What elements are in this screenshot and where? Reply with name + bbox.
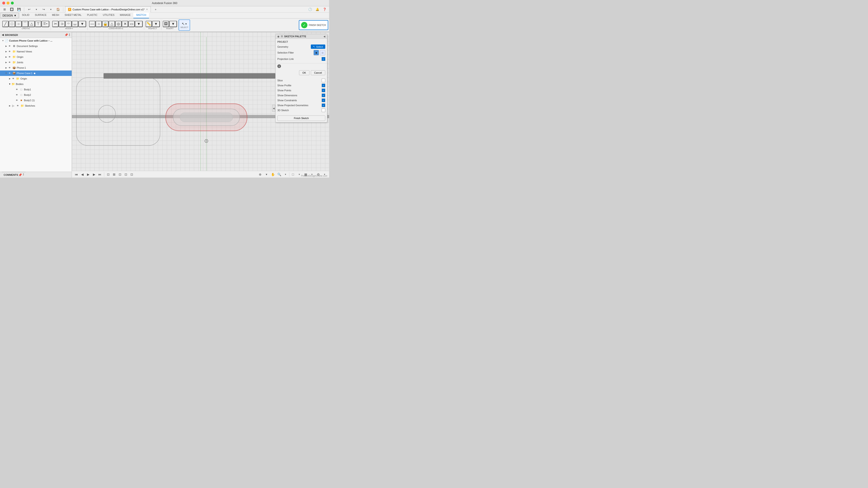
design-dropdown[interactable]: DESIGN ▼ (0, 13, 19, 18)
history-button[interactable]: 🕐 (307, 7, 313, 12)
undo-arrow[interactable]: ▼ (33, 7, 39, 12)
maximize-button[interactable] (11, 2, 14, 4)
doc-tab[interactable]: F Custom Phone Case with Lattice – Produ… (65, 6, 151, 13)
tab-mesh[interactable]: MESH (49, 13, 62, 18)
cancel-button[interactable]: Cancel (311, 70, 325, 75)
show-projected-checkbox[interactable] (322, 103, 325, 107)
play-next[interactable]: ▶ (91, 172, 97, 177)
filter-btn-1[interactable]: ■ (313, 50, 319, 55)
tree-item-doc-settings[interactable]: ▶ 👁 ⚙ Document Settings (0, 43, 72, 49)
comments-resize[interactable]: | (23, 173, 24, 177)
horiz-constraint[interactable]: — (89, 21, 95, 27)
select-group[interactable]: ↖ ▼ SELECT (179, 20, 190, 31)
tree-item-bodies[interactable]: ▼ 📁 Bodies (0, 81, 72, 87)
trim-tool[interactable]: ✂ (52, 21, 59, 27)
browser-pin[interactable]: 📌 (64, 33, 68, 37)
play-play[interactable]: ▶ (86, 172, 91, 177)
circle-constraint[interactable]: ○ (96, 21, 102, 27)
zoom-in-arrow[interactable]: ▼ (283, 172, 288, 177)
tree-item-sketches[interactable]: ▶ ▷ 👁 📁 Sketches (0, 103, 72, 108)
play-start[interactable]: ⏮ (74, 172, 79, 177)
tree-item-body2[interactable]: ▶ 👁 □ Body2 (0, 92, 72, 98)
tab-surface[interactable]: SURFACE (32, 13, 49, 18)
redo-button[interactable]: ↪ (40, 7, 47, 12)
geometry-select-button[interactable]: ↖ Select (311, 44, 325, 49)
timeline-item-3[interactable]: ⊡ (117, 172, 123, 177)
palette-collapse-arrow[interactable]: ◀ (272, 105, 275, 111)
arc-tool[interactable]: ⌒ (22, 21, 28, 27)
tab-solid[interactable]: SOLID (19, 13, 32, 18)
ok-button[interactable]: OK (299, 70, 309, 75)
tree-item-joints[interactable]: ▶ 👁 📁 Joints (0, 60, 72, 65)
tree-item-body2-1[interactable]: ▶ 👁 ■ Body2 (1) (0, 98, 72, 103)
show-dimensions-checkbox[interactable] (322, 94, 325, 97)
timeline-item-1[interactable]: ⊡ (105, 172, 111, 177)
tri-tool[interactable]: △ (29, 21, 35, 27)
save-button[interactable]: 💾 (16, 7, 22, 12)
create-more[interactable]: ⠿▼ (41, 21, 49, 27)
tree-item-named-views[interactable]: ▶ 👁 📁 Named Views (0, 49, 72, 54)
constraints-more[interactable]: ▼ (135, 21, 143, 27)
browser-resize[interactable]: | (69, 33, 70, 37)
workspace-button[interactable]: 🔲 (8, 7, 15, 12)
show-constraints-checkbox[interactable] (322, 98, 325, 102)
slice-checkbox[interactable] (322, 78, 325, 82)
cross-tool[interactable]: ✕ (122, 21, 128, 27)
close-button[interactable] (2, 2, 5, 4)
tab-sketch[interactable]: SKETCH (133, 13, 149, 18)
offset-tool[interactable]: ⊤ (35, 21, 41, 27)
palette-collapse-icon[interactable]: 🖼 (281, 35, 283, 37)
circle-tool[interactable]: ○ (16, 21, 22, 27)
show-profile-checkbox[interactable] (322, 84, 325, 87)
viewport[interactable]: FRONT ◀ ◉ 🖼 SKETCH PALETTE ◀ PROJECT Geo… (72, 32, 329, 177)
insert-image[interactable]: 🖼 (163, 21, 169, 27)
ring-constraint[interactable]: ◎ (115, 21, 122, 27)
tab-sheetmetal[interactable]: SHEET METAL (62, 13, 84, 18)
undo-button[interactable]: ↩ (26, 7, 32, 12)
pan-tool[interactable]: ✋ (270, 172, 276, 177)
fillet-tool[interactable]: ⌔ (65, 21, 72, 27)
play-end[interactable]: ⏭ (97, 172, 103, 177)
timeline-item-2[interactable]: ⊠ (112, 172, 117, 177)
tree-item-origin[interactable]: ▶ 👁 📁 Origin (0, 54, 72, 60)
measure-tool[interactable]: 🔒 (102, 21, 108, 27)
measure-inspect[interactable]: 📏 (146, 21, 152, 27)
finish-sketch-button[interactable]: ✓ FINISH SKETCH (299, 20, 328, 30)
fit-btn[interactable]: ▼ (264, 172, 269, 177)
help-button[interactable]: ❓ (321, 7, 328, 12)
display-mode-1[interactable]: □ (290, 172, 296, 177)
grid-menu-button[interactable]: ⊞ (1, 7, 8, 12)
insert-more[interactable]: ▼ (169, 21, 177, 27)
timeline-item-4[interactable]: ⊡ (123, 172, 129, 177)
modify-more[interactable]: ▼ (79, 21, 86, 27)
show-points-checkbox[interactable] (322, 89, 325, 92)
browser-collapse-arrow[interactable]: ◀ (2, 33, 4, 36)
projection-link-checkbox[interactable]: ✓ (322, 57, 325, 61)
line-tool[interactable]: ╱ (2, 21, 8, 27)
comments-pin[interactable]: 📌 (18, 173, 22, 177)
palette-pin-icon[interactable]: ◀ (323, 35, 325, 38)
home-button[interactable]: 🏠 (55, 7, 61, 12)
extend-tool[interactable]: ⊃ (59, 21, 65, 27)
new-tab-button[interactable]: ＋ (153, 7, 159, 12)
finish-sketch-palette-button[interactable]: Finish Sketch (277, 116, 325, 121)
mirror-tool[interactable]: ⧢ (72, 21, 78, 27)
tab-plastic[interactable]: PLASTIC (84, 13, 100, 18)
tree-item-phone1[interactable]: ▶ 👁 📦 Phone:1 (0, 65, 72, 70)
doc-tab-close[interactable]: ✕ (146, 8, 148, 11)
notifications-button[interactable]: 🔔 (314, 7, 320, 12)
zoom-in-tool[interactable]: 🔍 (276, 172, 282, 177)
inspect-more[interactable]: ▼ (152, 21, 160, 27)
filter-btn-2[interactable]: □ (320, 50, 325, 55)
tree-item-phone-case[interactable]: ▼ 👁 📦 Phone Case:1 ⏺ (0, 70, 72, 76)
orbit-tool[interactable]: ⊕ (257, 172, 263, 177)
tree-root[interactable]: ▼ 📄 Custom Phone Case with Lattice – ... (0, 38, 72, 43)
tab-manage[interactable]: MANAGE (117, 13, 133, 18)
redo-arrow[interactable]: ▼ (48, 7, 54, 12)
tab-utilities[interactable]: UTILITIES (100, 13, 117, 18)
minimize-button[interactable] (6, 2, 9, 4)
3d-sketch-checkbox[interactable] (322, 108, 325, 112)
tri-constraint[interactable]: △ (109, 21, 115, 27)
rect-constraint[interactable]: ▭ (128, 21, 135, 27)
tree-item-origin2[interactable]: ▶ 👁 📁 Origin (0, 76, 72, 81)
